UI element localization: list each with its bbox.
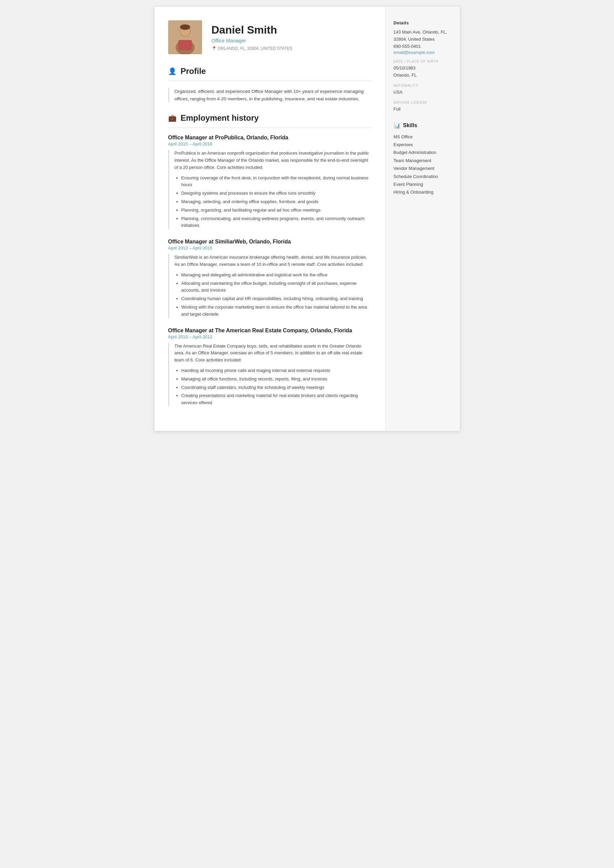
job-description: ProPublica is an American nonprofit orga…: [175, 150, 372, 171]
skills-icon: 📊: [394, 122, 400, 129]
skill-item: Vendor Management: [394, 164, 451, 172]
list-item: Designing systems and processes to ensur…: [181, 190, 372, 197]
list-item: Handling all incoming phone calls and tr…: [181, 367, 372, 374]
employment-section-header: 💼 Employment history: [168, 113, 372, 123]
job-entry: Office Manager at ProPublica, Orlando, F…: [168, 135, 372, 229]
sidebar-driving: Full: [394, 106, 451, 113]
driving-label: DRIVING LICENSE: [394, 101, 451, 104]
job-content-wrapper: SimiliarWeb is an American insurance bro…: [168, 254, 372, 318]
list-item: Allocating and maintaining the office bu…: [181, 280, 372, 294]
employment-section-title: Employment history: [181, 113, 259, 123]
sidebar-address: 143 Main Ave, Orlando, FL, 32804, United…: [394, 29, 451, 43]
list-item: Managing all office functions, including…: [181, 376, 372, 383]
skill-item: Team Management: [394, 157, 451, 164]
employment-section: 💼 Employment history Office Manager at P…: [168, 113, 372, 406]
sidebar-dob: 05/10/1983: [394, 65, 451, 72]
list-item: Working with the corporate marketing tea…: [181, 304, 372, 318]
candidate-title: Office Manager: [212, 38, 293, 43]
skill-item: Schedule Coordination: [394, 173, 451, 180]
job-bullets: Handling all incoming phone calls and tr…: [175, 367, 372, 406]
job-title: Office Manager at ProPublica, Orlando, F…: [168, 135, 372, 141]
candidate-location: 📍 ORLANDO, FL, 32804, UNITED STATES: [212, 46, 293, 51]
skill-item: Budget Administration: [394, 149, 451, 156]
resume-header: Daniel Smith Office Manager 📍 ORLANDO, F…: [168, 20, 372, 54]
skill-item: Hiring & Onboarding: [394, 188, 451, 196]
profile-text: Organized, efficient, and experienced Of…: [168, 88, 372, 102]
list-item: Planning, organizing, and facilitating r…: [181, 207, 372, 214]
job-content-wrapper: ProPublica is an American nonprofit orga…: [168, 150, 372, 229]
job-title: Office Manager at The American Real Esta…: [168, 327, 372, 334]
svg-point-5: [180, 25, 190, 30]
svg-rect-3: [178, 40, 192, 50]
candidate-name: Daniel Smith: [212, 24, 293, 36]
skill-item: Expenses: [394, 141, 451, 149]
job-bullets: Ensuring coverage of the front desk, in …: [175, 175, 372, 229]
sidebar-skills: 📊 Skills MS OfficeExpensesBudget Adminis…: [394, 122, 451, 196]
location-pin-icon: 📍: [212, 46, 217, 51]
job-description: SimiliarWeb is an American insurance bro…: [175, 254, 372, 268]
list-item: Planning, communicating, and executing w…: [181, 215, 372, 229]
list-item: Managing, selecting, and ordering office…: [181, 198, 372, 206]
skills-title-text: Skills: [403, 122, 417, 129]
job-entry: Office Manager at The American Real Esta…: [168, 327, 372, 406]
job-dates: April 2012 – April 2015: [168, 245, 372, 251]
profile-section: 👤 Profile Organized, efficient, and expe…: [168, 67, 372, 102]
sidebar-email[interactable]: email@example.com: [394, 50, 451, 55]
resume-document: Daniel Smith Office Manager 📍 ORLANDO, F…: [155, 7, 460, 431]
sidebar-dob-place: Orlando, FL: [394, 72, 451, 79]
job-dates: April 2010 – April 2012: [168, 334, 372, 339]
list-item: Coordinating staff calendars, including …: [181, 384, 372, 391]
list-item: Ensuring coverage of the front desk, in …: [181, 175, 372, 189]
sidebar-nationality: USA: [394, 89, 451, 96]
jobs-container: Office Manager at ProPublica, Orlando, F…: [168, 135, 372, 406]
avatar: [168, 20, 202, 54]
profile-section-title: Profile: [181, 67, 206, 76]
sidebar-phone: 890-555-0401: [394, 43, 451, 50]
main-column: Daniel Smith Office Manager 📍 ORLANDO, F…: [155, 7, 385, 431]
briefcase-icon: 💼: [168, 114, 177, 122]
job-entry: Office Manager at SimiliarWeb, Orlando, …: [168, 239, 372, 318]
job-bullets: Managing and delegating all administrati…: [175, 271, 372, 318]
skill-item: Event Planning: [394, 180, 451, 188]
dob-label: DATE / PLACE OF BIRTH: [394, 60, 451, 64]
job-content-wrapper: The American Real Estate Company buys, s…: [168, 343, 372, 406]
profile-section-header: 👤 Profile: [168, 67, 372, 76]
employment-divider: [168, 127, 372, 128]
list-item: Creating presentations and marketing mat…: [181, 392, 372, 406]
list-item: Coordinating human capital and HR respon…: [181, 295, 372, 302]
job-dates: April 2015 – April 2018: [168, 141, 372, 146]
sidebar-details-title: Details: [394, 20, 451, 25]
profile-divider: [168, 81, 372, 81]
skill-item: MS Office: [394, 133, 451, 141]
skills-section-title: 📊 Skills: [394, 122, 451, 129]
job-title: Office Manager at SimiliarWeb, Orlando, …: [168, 239, 372, 245]
nationality-label: NATIONALITY: [394, 84, 451, 87]
profile-icon: 👤: [168, 67, 177, 75]
skills-list: MS OfficeExpensesBudget AdministrationTe…: [394, 133, 451, 196]
sidebar: Details 143 Main Ave, Orlando, FL, 32804…: [385, 7, 460, 431]
job-description: The American Real Estate Company buys, s…: [175, 343, 372, 364]
sidebar-details: Details 143 Main Ave, Orlando, FL, 32804…: [394, 20, 451, 113]
list-item: Managing and delegating all administrati…: [181, 271, 372, 279]
header-info: Daniel Smith Office Manager 📍 ORLANDO, F…: [212, 24, 293, 51]
